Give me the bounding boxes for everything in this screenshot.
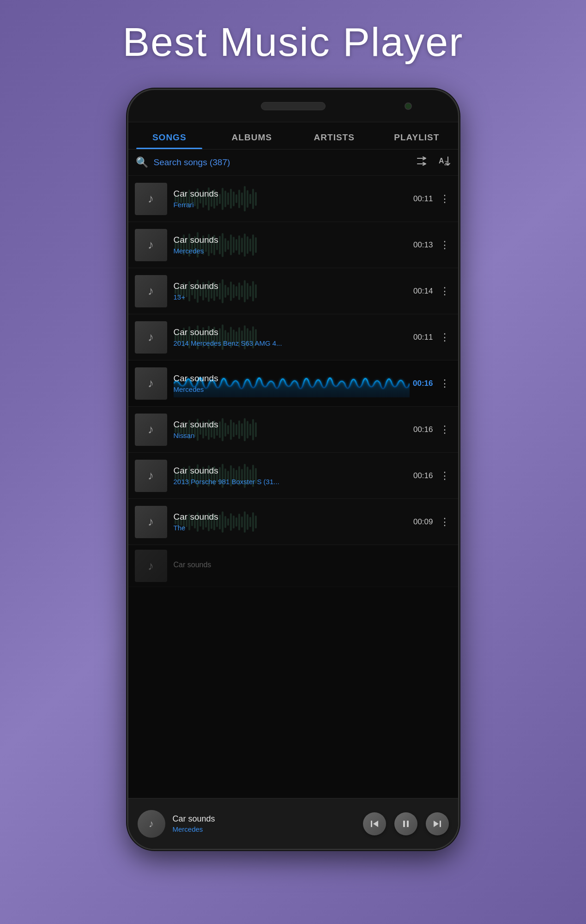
song-thumbnail: ♪ bbox=[135, 550, 167, 582]
search-controls: A Z bbox=[417, 155, 451, 170]
svg-text:A: A bbox=[439, 157, 444, 165]
song-duration: 00:13 bbox=[413, 240, 433, 250]
song-info: Car sounds bbox=[174, 561, 452, 571]
shuffle-icon[interactable] bbox=[417, 156, 429, 169]
player-music-note-icon: ♪ bbox=[149, 818, 154, 830]
tab-albums[interactable]: ALBUMS bbox=[211, 122, 293, 149]
sort-icon[interactable]: A Z bbox=[438, 155, 451, 170]
song-duration: 00:16 bbox=[413, 379, 433, 388]
more-options-button[interactable]: ⋮ bbox=[438, 191, 452, 207]
song-title: Car sounds bbox=[174, 561, 452, 569]
song-title: Car sounds bbox=[174, 373, 413, 384]
search-input[interactable]: Search songs (387) bbox=[154, 157, 411, 168]
song-info: Car sounds 13+ bbox=[174, 281, 413, 301]
song-artist: 2013 Porsche 981 Boxster S (31... bbox=[174, 478, 413, 486]
song-title: Car sounds bbox=[174, 466, 413, 476]
player-title: Car sounds bbox=[173, 814, 356, 824]
song-artist: The bbox=[174, 524, 413, 532]
phone-frame: SONGS ALBUMS ARTISTS PLAYLIST 🔍 Search s… bbox=[127, 89, 459, 850]
more-options-button[interactable]: ⋮ bbox=[438, 283, 452, 299]
more-options-button[interactable]: ⋮ bbox=[438, 330, 452, 345]
search-icon: 🔍 bbox=[136, 156, 148, 168]
svg-marker-7 bbox=[434, 821, 439, 827]
player-controls bbox=[363, 812, 449, 835]
more-options-button[interactable]: ⋮ bbox=[438, 376, 452, 391]
player-artist: Mercedes bbox=[173, 825, 356, 833]
list-item[interactable]: ♪ Car sounds bbox=[128, 545, 458, 587]
song-info: Car sounds The bbox=[174, 512, 413, 532]
song-info: Car sounds Mercedes bbox=[174, 373, 413, 393]
search-bar: 🔍 Search songs (387) A Z bbox=[128, 150, 458, 176]
song-title: Car sounds bbox=[174, 420, 413, 430]
more-options-button[interactable]: ⋮ bbox=[438, 514, 452, 530]
player-info: Car sounds Mercedes bbox=[173, 814, 356, 833]
more-options-button[interactable]: ⋮ bbox=[438, 237, 452, 253]
song-artist: Mercedes bbox=[174, 385, 413, 393]
song-artist: Mercedes bbox=[174, 247, 413, 255]
phone-screen: SONGS ALBUMS ARTISTS PLAYLIST 🔍 Search s… bbox=[128, 122, 458, 849]
pause-button[interactable] bbox=[394, 812, 417, 835]
player-thumbnail: ♪ bbox=[138, 810, 165, 838]
svg-rect-5 bbox=[407, 821, 409, 827]
list-item[interactable]: ♪ Car sounds Nissan 00:16 ⋮ bbox=[128, 407, 458, 453]
list-item[interactable]: ♪ bbox=[128, 360, 458, 407]
bottom-player: ♪ Car sounds Mercedes bbox=[128, 798, 458, 849]
song-duration: 00:16 bbox=[413, 425, 433, 434]
song-artist: 2014 Mercedes Benz S63 AMG 4... bbox=[174, 339, 413, 347]
song-duration: 00:14 bbox=[413, 287, 433, 296]
list-item[interactable]: ♪ Car sounds Mercedes 00:13 ⋮ bbox=[128, 222, 458, 268]
phone-speaker bbox=[261, 102, 326, 110]
song-artist: 13+ bbox=[174, 293, 413, 301]
tab-bar: SONGS ALBUMS ARTISTS PLAYLIST bbox=[128, 122, 458, 150]
song-info: Car sounds 2013 Porsche 981 Boxster S (3… bbox=[174, 466, 413, 486]
song-info: Car sounds Nissan bbox=[174, 420, 413, 439]
song-info: Car sounds Mercedes bbox=[174, 235, 413, 255]
song-artist: Ferrari bbox=[174, 201, 413, 209]
tab-songs[interactable]: SONGS bbox=[128, 122, 211, 149]
phone-top-bar bbox=[128, 90, 458, 122]
svg-rect-6 bbox=[440, 821, 441, 827]
phone-container: SONGS ALBUMS ARTISTS PLAYLIST 🔍 Search s… bbox=[127, 89, 459, 850]
svg-marker-3 bbox=[373, 821, 378, 827]
song-title: Car sounds bbox=[174, 327, 413, 337]
song-duration: 00:11 bbox=[413, 333, 433, 342]
list-item[interactable]: ♪ Car sounds 2013 Porsche 981 Boxster S … bbox=[128, 453, 458, 499]
song-duration: 00:16 bbox=[413, 471, 433, 480]
phone-camera bbox=[405, 102, 412, 110]
list-item[interactable]: ♪ Car sounds 2014 Mercedes Benz S63 AMG … bbox=[128, 314, 458, 360]
song-title: Car sounds bbox=[174, 235, 413, 245]
tab-artists[interactable]: ARTISTS bbox=[293, 122, 376, 149]
song-info: Car sounds Ferrari bbox=[174, 189, 413, 209]
song-title: Car sounds bbox=[174, 512, 413, 522]
svg-rect-4 bbox=[403, 821, 405, 827]
svg-rect-2 bbox=[371, 821, 372, 827]
next-button[interactable] bbox=[426, 812, 449, 835]
tab-playlist[interactable]: PLAYLIST bbox=[375, 122, 458, 149]
list-item[interactable]: ♪ Car sounds The 00:09 ⋮ bbox=[128, 499, 458, 545]
more-options-button[interactable]: ⋮ bbox=[438, 468, 452, 484]
page-title: Best Music Player bbox=[122, 18, 463, 66]
more-options-button[interactable]: ⋮ bbox=[438, 422, 452, 438]
prev-button[interactable] bbox=[363, 812, 386, 835]
music-note-icon: ♪ bbox=[148, 559, 154, 573]
list-item[interactable]: ♪ Car sounds 13+ 00:14 ⋮ bbox=[128, 268, 458, 314]
song-duration: 00:11 bbox=[413, 194, 433, 204]
song-title: Car sounds bbox=[174, 189, 413, 199]
song-info: Car sounds 2014 Mercedes Benz S63 AMG 4.… bbox=[174, 327, 413, 347]
song-duration: 00:09 bbox=[413, 517, 433, 527]
song-title: Car sounds bbox=[174, 281, 413, 291]
song-list: ♪ Car sounds Ferrari 00:11 ⋮ bbox=[128, 176, 458, 798]
song-artist: Nissan bbox=[174, 432, 413, 439]
list-item[interactable]: ♪ Car sounds Ferrari 00:11 ⋮ bbox=[128, 176, 458, 222]
